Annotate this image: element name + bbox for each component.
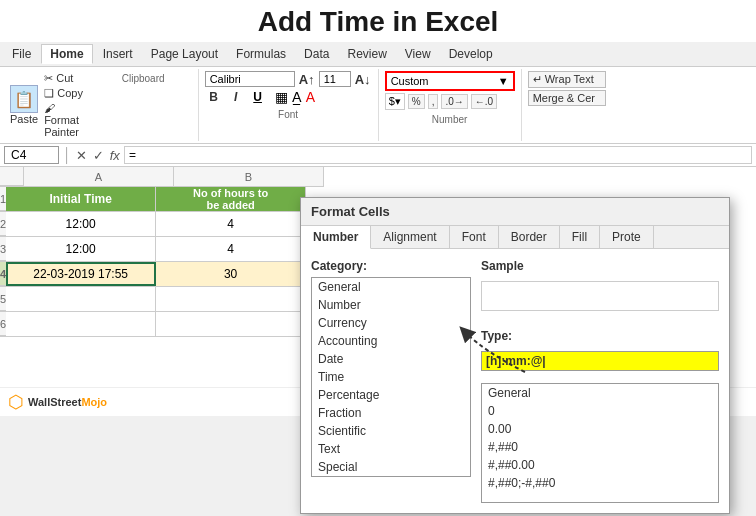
tab-fill[interactable]: Fill <box>560 226 600 248</box>
dialog-body: Category: General Number Currency Accoun… <box>301 249 729 513</box>
format-painter-button[interactable]: 🖌 Format Painter <box>42 101 91 139</box>
tab-alignment[interactable]: Alignment <box>371 226 449 248</box>
cell-b2[interactable]: 4 <box>156 212 306 236</box>
comma-button[interactable]: , <box>428 94 439 109</box>
menu-view[interactable]: View <box>397 45 439 63</box>
formula-bar: │ ✕ ✓ fx <box>0 144 756 167</box>
cat-time[interactable]: Time <box>312 368 470 386</box>
cell-a6 <box>6 312 156 336</box>
font-group-label: Font <box>205 109 372 120</box>
number-format-dropdown[interactable]: Custom ▼ <box>385 71 515 91</box>
cell-a3[interactable]: 12:00 <box>6 237 156 261</box>
cat-date[interactable]: Date <box>312 350 470 368</box>
cell-a5 <box>6 287 156 311</box>
decimal-increase-button[interactable]: .0→ <box>441 94 467 109</box>
wrap-text-button[interactable]: ↵ Wrap Text <box>528 71 606 88</box>
type-list[interactable]: General 0 0.00 #,##0 #,##0.00 #,##0;-#,#… <box>481 383 719 503</box>
cell-a1[interactable]: Initial Time <box>6 187 156 211</box>
number-row2: $▾ % , .0→ ←.0 <box>385 93 515 110</box>
tab-font[interactable]: Font <box>450 226 499 248</box>
type-item-0[interactable]: 0 <box>482 402 718 420</box>
cat-scientific[interactable]: Scientific <box>312 422 470 440</box>
logo-wall-text: WallStreet <box>28 396 81 408</box>
type-item-general[interactable]: General <box>482 384 718 402</box>
insert-function-icon[interactable]: fx <box>110 148 120 163</box>
type-item-0.00[interactable]: 0.00 <box>482 420 718 438</box>
type-item-hash-neg[interactable]: #,##0;-#,##0 <box>482 474 718 492</box>
font-name-input[interactable] <box>205 71 295 87</box>
type-item-hash0.00[interactable]: #,##0.00 <box>482 456 718 474</box>
decimal-decrease-button[interactable]: ←.0 <box>471 94 497 109</box>
tab-border[interactable]: Border <box>499 226 560 248</box>
category-list[interactable]: General Number Currency Accounting Date … <box>311 277 471 477</box>
cell-b5 <box>156 287 306 311</box>
cell-a2[interactable]: 12:00 <box>6 212 156 236</box>
sample-box <box>481 281 719 311</box>
menu-formulas[interactable]: Formulas <box>228 45 294 63</box>
clipboard-group-label: Clipboard <box>95 73 192 139</box>
font-grow-button[interactable]: A↑ <box>298 72 316 87</box>
font-group: A↑ A↓ B I U ▦ A̲ A Font <box>199 69 379 141</box>
logo-icon: ⬡ <box>8 391 24 413</box>
cell-a4[interactable]: 22-03-2019 17:55 <box>6 262 156 286</box>
menu-develop[interactable]: Develop <box>441 45 501 63</box>
paste-button[interactable]: 📋 Paste <box>10 71 38 139</box>
italic-button[interactable]: I <box>227 89 245 105</box>
table-row: 3 12:00 4 <box>0 237 324 262</box>
format-cells-dialog: Format Cells Number Alignment Font Borde… <box>300 197 730 514</box>
formula-input[interactable] <box>124 146 752 164</box>
cell-reference-box[interactable] <box>4 146 59 164</box>
number-group: Custom ▼ $▾ % , .0→ ←.0 Number <box>379 69 522 141</box>
confirm-formula-icon[interactable]: ✓ <box>93 148 104 163</box>
cat-number[interactable]: Number <box>312 296 470 314</box>
cut-button[interactable]: ✂ Cut <box>42 71 91 86</box>
type-item-hash0[interactable]: #,##0 <box>482 438 718 456</box>
clipboard-actions: ✂ Cut ❑ Copy 🖌 Format Painter <box>42 71 91 139</box>
cell-b4[interactable]: 30 <box>156 262 306 286</box>
menu-insert[interactable]: Insert <box>95 45 141 63</box>
menu-data[interactable]: Data <box>296 45 337 63</box>
cancel-formula-icon[interactable]: ✕ <box>76 148 87 163</box>
cat-currency[interactable]: Currency <box>312 314 470 332</box>
percent-button[interactable]: % <box>408 94 425 109</box>
copy-button[interactable]: ❑ Copy <box>42 86 91 101</box>
font-size-input[interactable] <box>319 71 351 87</box>
tab-protection[interactable]: Prote <box>600 226 654 248</box>
col-header-row: A B <box>0 167 324 187</box>
category-section: Category: General Number Currency Accoun… <box>311 259 471 503</box>
type-input[interactable] <box>481 351 719 371</box>
cat-fraction[interactable]: Fraction <box>312 404 470 422</box>
cat-percentage[interactable]: Percentage <box>312 386 470 404</box>
accounting-format-button[interactable]: $▾ <box>385 93 405 110</box>
table-row: 2 12:00 4 <box>0 212 324 237</box>
bold-button[interactable]: B <box>205 89 223 105</box>
cat-text[interactable]: Text <box>312 440 470 458</box>
cat-general[interactable]: General <box>312 278 470 296</box>
clipboard-group: 📋 Paste ✂ Cut ❑ Copy 🖌 Format Painter Cl… <box>4 69 199 141</box>
font-row1: A↑ A↓ <box>205 71 372 87</box>
underline-button[interactable]: U <box>249 90 267 104</box>
menu-review[interactable]: Review <box>339 45 394 63</box>
logo-mojo-text: Mojo <box>81 396 107 408</box>
cell-b3[interactable]: 4 <box>156 237 306 261</box>
page-title: Add Time in Excel <box>0 0 756 42</box>
menu-home[interactable]: Home <box>41 44 92 64</box>
menu-page-layout[interactable]: Page Layout <box>143 45 226 63</box>
cell-b6 <box>156 312 306 336</box>
font-color-button[interactable]: A <box>306 89 315 105</box>
cat-special[interactable]: Special <box>312 458 470 476</box>
cat-custom[interactable]: Custom <box>312 476 470 477</box>
cat-accounting[interactable]: Accounting <box>312 332 470 350</box>
cell-b1[interactable]: No of hours tobe added <box>156 187 306 211</box>
font-shrink-button[interactable]: A↓ <box>354 72 372 87</box>
border-button[interactable]: ▦ <box>275 89 288 105</box>
sample-label: Sample <box>481 259 719 273</box>
table-row: 6 <box>0 312 324 337</box>
paste-label: Paste <box>10 113 38 125</box>
fill-color-button[interactable]: A̲ <box>292 89 302 105</box>
table-row: 1 Initial Time No of hours tobe added <box>0 187 324 212</box>
tab-number[interactable]: Number <box>301 226 371 249</box>
ribbon: 📋 Paste ✂ Cut ❑ Copy 🖌 Format Painter Cl… <box>0 67 756 144</box>
merge-button[interactable]: Merge & Cer <box>528 90 606 106</box>
menu-file[interactable]: File <box>4 45 39 63</box>
